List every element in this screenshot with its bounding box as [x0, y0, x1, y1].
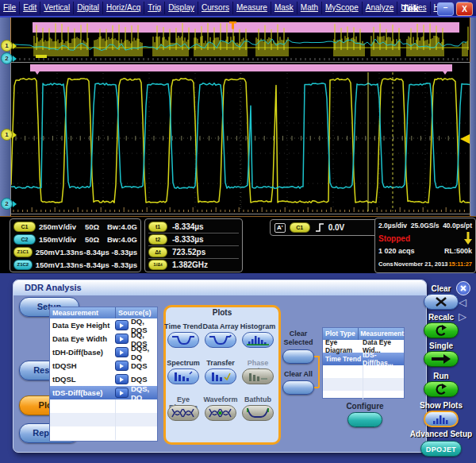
source-expand-icon[interactable] — [115, 334, 129, 344]
spectrum-button[interactable] — [167, 368, 199, 384]
menu-file[interactable]: File — [0, 2, 20, 14]
menu-digital[interactable]: Digital — [74, 2, 103, 14]
ch2-scale: 150mV/div — [39, 235, 85, 244]
configure-label: Configure — [333, 402, 397, 411]
cursor-dt-row: Δt 723.52ps — [148, 246, 239, 259]
source-expand-icon[interactable] — [115, 388, 129, 398]
single-button[interactable] — [424, 351, 459, 367]
acqs-row: 1 020 acqs RL:500k — [378, 245, 472, 257]
transfer-button[interactable] — [205, 368, 236, 384]
spectrum-label: Spectrum — [164, 359, 202, 367]
clear-selected-button[interactable] — [282, 349, 314, 364]
overview-waveform[interactable] — [10, 21, 469, 61]
clear-button[interactable] — [424, 294, 459, 310]
menu-trig[interactable]: Trig — [144, 2, 165, 14]
trigger-readout: A' C1 0.0V — [270, 219, 381, 236]
plot-row-empty[interactable] — [323, 365, 404, 378]
delta-t-badge: Δt — [148, 247, 167, 257]
z1c1-scale: 250mV — [36, 248, 60, 257]
menu-analyze[interactable]: Analyze — [363, 2, 398, 14]
close-button[interactable]: X — [456, 2, 473, 16]
z1c1-time-scale: 1.33ns — [60, 248, 83, 257]
run-button[interactable] — [424, 381, 459, 397]
plot-table: Plot Type Measurement Eye Diagram Data E… — [322, 327, 405, 399]
plot-row-empty[interactable] — [323, 391, 404, 399]
plot-row-selected[interactable]: Time Trend tDS-Diff(bas... — [323, 353, 404, 365]
measurement-row[interactable]: tDQSH DQS — [50, 359, 157, 372]
cursor-t1-row: t1 -8.334µs — [148, 221, 239, 233]
menu-math[interactable]: Math — [298, 2, 322, 14]
menu-edit[interactable]: Edit — [20, 2, 40, 14]
clear-connector-line — [314, 356, 319, 357]
clear-all-button[interactable] — [282, 380, 314, 395]
menu-myscope[interactable]: MyScope — [322, 2, 363, 14]
phase-noise-button — [242, 368, 274, 384]
measurement-row[interactable]: tDH-Diff(base) DQS, DQ — [50, 345, 157, 359]
tek-logo: Tek — [402, 2, 419, 14]
histogram-button[interactable] — [242, 332, 274, 348]
menu-measure[interactable]: Measure — [233, 2, 271, 14]
minimize-button[interactable]: – — [437, 2, 454, 16]
measurement-row-selected[interactable]: tDS-Diff(base) DQS, DQ — [50, 386, 157, 399]
source-expand-icon[interactable] — [115, 347, 129, 357]
dpojet-button[interactable]: DPOJET — [420, 441, 462, 457]
advanced-setup-label: Advanced Setup — [401, 430, 476, 438]
inv-delta-t-badge: 1/Δt — [148, 260, 167, 270]
time-trend-button[interactable] — [167, 332, 199, 348]
t1-badge: t1 — [148, 222, 167, 232]
waveform-icon — [208, 407, 233, 419]
show-plots-histogram-icon — [432, 415, 451, 424]
recalc-button[interactable] — [424, 322, 459, 338]
trigger-level: 0.0V — [328, 223, 345, 232]
acquisition-status: Stopped — [378, 234, 410, 243]
ch2-arrow-icon — [13, 201, 17, 207]
waveform-label: Waveform — [202, 395, 240, 403]
waveform-button[interactable] — [205, 405, 236, 421]
trigger-a-badge: A' — [274, 223, 286, 233]
timebase: 2.0µs/div — [378, 222, 407, 230]
menu-horiz-acq[interactable]: Horiz/Acq — [103, 2, 144, 14]
status-row: Stopped — [378, 233, 472, 244]
measurement-row-empty[interactable] — [50, 426, 157, 440]
main-ch2-marker[interactable]: 2 — [1, 198, 17, 210]
transfer-icon — [208, 371, 233, 382]
timebase-row: 2.0µs/div 25.0GS/s 40.0ps/pt — [378, 220, 472, 231]
main-ch1-marker[interactable]: 1 — [1, 129, 17, 141]
clear-selected-label: Clear Selected — [279, 330, 317, 347]
measurement-row-empty[interactable] — [50, 413, 157, 426]
menu-vertical[interactable]: Vertical — [40, 2, 74, 14]
panel-prev-arrow[interactable]: ◁ — [459, 297, 466, 308]
menu-display[interactable]: Display — [165, 2, 198, 14]
acquisition-readouts: 2.0µs/div 25.0GS/s 40.0ps/pt Stopped 1 0… — [374, 218, 476, 273]
sample-rate: 25.0GS/s — [411, 222, 440, 230]
source-expand-icon[interactable] — [115, 320, 129, 330]
bathtub-button[interactable] — [242, 405, 274, 421]
recalc-icon — [435, 325, 447, 337]
menu-cursors[interactable]: Cursors — [198, 2, 233, 14]
source-expand-icon[interactable] — [115, 374, 129, 384]
spectrum-icon — [171, 371, 196, 382]
ddr-window-title: DDR Analysis — [13, 280, 426, 295]
source-expand-icon[interactable] — [115, 361, 129, 371]
overview-ch2-marker[interactable]: 2 — [1, 52, 17, 64]
zoom-waveform-graticule[interactable] — [10, 62, 470, 214]
clear-label: Clear — [409, 284, 473, 293]
resolution: 40.0ps/pt — [443, 222, 472, 230]
time-trend-icon — [171, 334, 196, 345]
histogram-icon — [245, 334, 271, 345]
configure-button[interactable] — [347, 412, 382, 427]
run-loop-icon — [435, 384, 447, 395]
measurement-row-empty[interactable] — [50, 399, 157, 413]
header-measurement[interactable]: Measurement — [50, 307, 115, 318]
histogram-label: Histogram — [239, 322, 277, 330]
data-array-button[interactable] — [205, 332, 236, 348]
eye-diagram-button[interactable] — [167, 405, 199, 421]
transfer-label: Transfer — [202, 359, 240, 367]
t2-badge: t2 — [148, 234, 167, 245]
cursor-readouts: t1 -8.334µs t2 -8.333µs Δt 723.52ps 1/Δt… — [144, 218, 243, 272]
datetime-row: Cons November 21, 2013 15:11:27 — [378, 258, 472, 269]
plot-row-empty[interactable] — [323, 378, 404, 391]
show-plots-button[interactable] — [424, 411, 459, 427]
menu-mask[interactable]: Mask — [271, 2, 298, 14]
overview-ch1-marker[interactable]: 1 — [1, 40, 17, 52]
